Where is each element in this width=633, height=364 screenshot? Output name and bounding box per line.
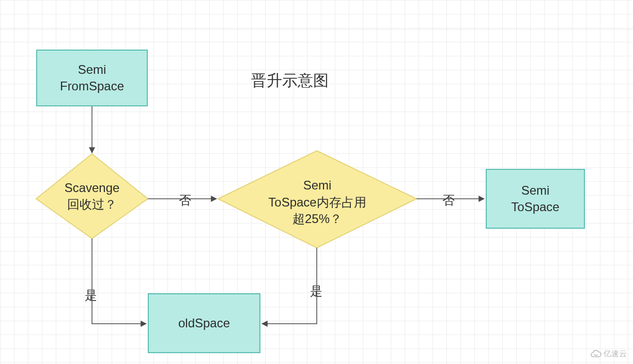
node-text: 回收过？ [67,197,117,211]
node-tospace-memory-decision: Semi ToSpace内存占用 超25%？ [218,155,416,250]
node-text: ToSpace内存占用 [268,195,366,209]
node-text: FromSpace [60,79,124,93]
watermark: 亿速云 [590,349,627,359]
node-semi-fromspace: Semi FromSpace [36,50,148,106]
watermark-text: 亿速云 [604,349,627,359]
top-shadow [0,29,633,30]
node-text: Scavenge [65,181,120,195]
node-oldspace: oldSpace [148,293,260,353]
node-text: Semi [521,183,550,197]
edge-label-tospace-no: 否 [442,192,455,209]
node-text: 超25%？ [292,212,342,226]
node-scavenge-decision: Scavenge 回收过？ [36,154,148,239]
node-text: oldSpace [178,315,230,331]
node-text: Semi [78,62,106,76]
edge-label-scavenge-no: 否 [179,192,191,209]
diagram-title: 晋升示意图 [251,70,329,91]
edge-label-scavenge-yes: 是 [85,287,97,304]
cloud-icon [590,350,601,359]
edge-label-tospace-yes: 是 [310,283,322,299]
node-text: Semi [303,178,332,192]
node-text: ToSpace [511,200,559,214]
node-semi-tospace: Semi ToSpace [486,169,585,229]
